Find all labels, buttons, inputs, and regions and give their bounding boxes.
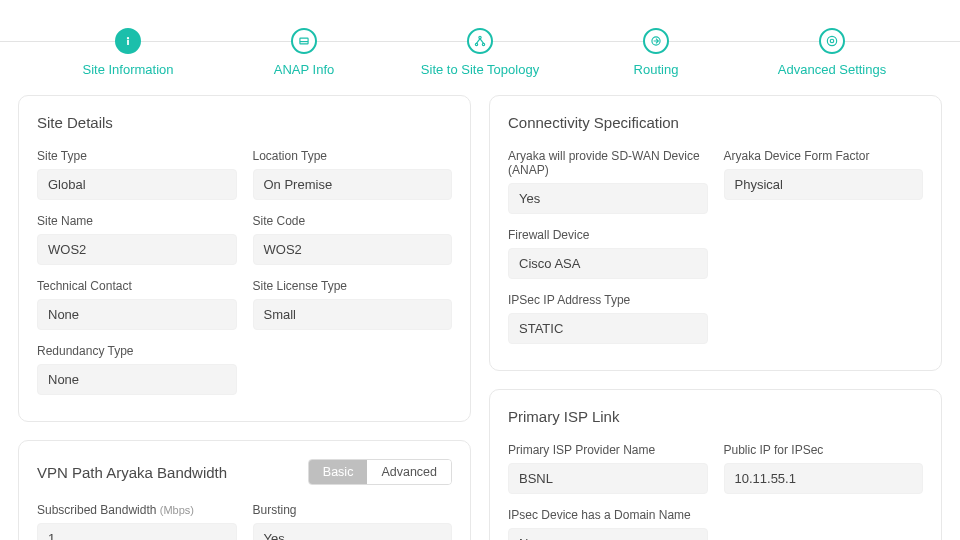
value[interactable]: WOS2: [37, 234, 237, 265]
field-ipsec-type: IPSec IP Address Type STATIC: [508, 293, 708, 344]
value[interactable]: BSNL: [508, 463, 708, 494]
label: Site Code: [253, 214, 453, 228]
field-redundancy: Redundancy Type None: [37, 344, 237, 395]
bandwidth-toggle: Basic Advanced: [308, 459, 452, 485]
value[interactable]: No: [508, 528, 708, 540]
label: Primary ISP Provider Name: [508, 443, 708, 457]
field-isp-provider: Primary ISP Provider Name BSNL: [508, 443, 708, 494]
field-site-name: Site Name WOS2: [37, 214, 237, 265]
step-advanced[interactable]: Advanced Settings: [744, 28, 920, 77]
label: Site Type: [37, 149, 237, 163]
svg-point-5: [475, 43, 477, 45]
card-title: VPN Path Aryaka Bandwidth: [37, 464, 227, 481]
step-site-information[interactable]: Site Information: [40, 28, 216, 77]
svg-point-10: [830, 39, 834, 43]
svg-point-6: [482, 43, 484, 45]
field-firewall: Firewall Device Cisco ASA: [508, 228, 708, 279]
value[interactable]: WOS2: [253, 234, 453, 265]
gear-icon: [819, 28, 845, 54]
field-sdwan-device: Aryaka will provide SD-WAN Device (ANAP)…: [508, 149, 708, 214]
label: Site License Type: [253, 279, 453, 293]
label: Location Type: [253, 149, 453, 163]
card-connectivity: Connectivity Specification Aryaka will p…: [489, 95, 942, 371]
toggle-basic[interactable]: Basic: [309, 460, 368, 484]
field-site-type: Site Type Global: [37, 149, 237, 200]
card-bandwidth: VPN Path Aryaka Bandwidth Basic Advanced…: [18, 440, 471, 540]
value[interactable]: 10.11.55.1: [724, 463, 924, 494]
step-label: Routing: [634, 62, 679, 77]
card-title: Site Details: [37, 114, 113, 131]
field-location-type: Location Type On Premise: [253, 149, 453, 200]
step-label: Site Information: [82, 62, 173, 77]
field-form-factor: Aryaka Device Form Factor Physical: [724, 149, 924, 214]
value[interactable]: Global: [37, 169, 237, 200]
field-has-domain: IPsec Device has a Domain Name No: [508, 508, 708, 540]
label: Redundancy Type: [37, 344, 237, 358]
value[interactable]: None: [37, 299, 237, 330]
value[interactable]: STATIC: [508, 313, 708, 344]
label: IPSec IP Address Type: [508, 293, 708, 307]
step-label: Advanced Settings: [778, 62, 886, 77]
label: Subscribed Bandwidth (Mbps): [37, 503, 237, 517]
card-title: Connectivity Specification: [508, 114, 679, 131]
field-bursting: Bursting Yes: [253, 503, 453, 540]
label: Firewall Device: [508, 228, 708, 242]
label: Public IP for IPSec: [724, 443, 924, 457]
card-site-details: Site Details Site Type Global Location T…: [18, 95, 471, 422]
svg-point-11: [827, 36, 836, 45]
network-icon: [467, 28, 493, 54]
label: IPsec Device has a Domain Name: [508, 508, 708, 522]
step-label: Site to Site Topology: [421, 62, 539, 77]
routing-icon: [643, 28, 669, 54]
svg-point-0: [127, 37, 129, 39]
value[interactable]: 1: [37, 523, 237, 540]
wizard-stepper: Site Information ANAP Info Site to Site …: [0, 0, 960, 85]
label: Aryaka Device Form Factor: [724, 149, 924, 163]
svg-line-7: [477, 39, 481, 44]
toggle-advanced[interactable]: Advanced: [367, 460, 451, 484]
value[interactable]: Cisco ASA: [508, 248, 708, 279]
value[interactable]: None: [37, 364, 237, 395]
step-routing[interactable]: Routing: [568, 28, 744, 77]
step-topology[interactable]: Site to Site Topology: [392, 28, 568, 77]
field-tech-contact: Technical Contact None: [37, 279, 237, 330]
label: Aryaka will provide SD-WAN Device (ANAP): [508, 149, 708, 177]
info-icon: [115, 28, 141, 54]
label: Site Name: [37, 214, 237, 228]
value[interactable]: Small: [253, 299, 453, 330]
value[interactable]: Yes: [508, 183, 708, 214]
field-license-type: Site License Type Small: [253, 279, 453, 330]
card-primary-isp: Primary ISP Link Primary ISP Provider Na…: [489, 389, 942, 540]
value[interactable]: Physical: [724, 169, 924, 200]
step-anap-info[interactable]: ANAP Info: [216, 28, 392, 77]
value[interactable]: On Premise: [253, 169, 453, 200]
svg-point-4: [479, 36, 481, 38]
field-public-ip: Public IP for IPSec 10.11.55.1: [724, 443, 924, 494]
svg-rect-1: [127, 40, 129, 45]
label: Bursting: [253, 503, 453, 517]
device-icon: [291, 28, 317, 54]
card-title: Primary ISP Link: [508, 408, 619, 425]
field-site-code: Site Code WOS2: [253, 214, 453, 265]
field-subscribed-bandwidth: Subscribed Bandwidth (Mbps) 1: [37, 503, 237, 540]
label: Technical Contact: [37, 279, 237, 293]
svg-line-8: [480, 39, 484, 44]
step-label: ANAP Info: [274, 62, 334, 77]
value[interactable]: Yes: [253, 523, 453, 540]
